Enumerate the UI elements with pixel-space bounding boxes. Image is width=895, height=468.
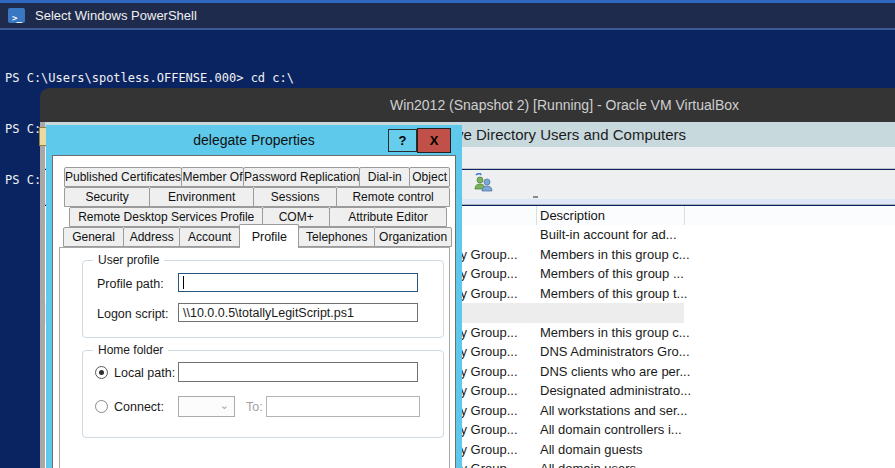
profile-path-label: Profile path: — [97, 277, 164, 291]
virtualbox-window-title: Win2012 (Snapshot 2) [Running] - Oracle … — [390, 97, 739, 113]
logon-script-label: Logon script: — [97, 307, 169, 321]
connect-to-input[interactable] — [266, 396, 420, 417]
tab-environment[interactable]: Environment — [149, 187, 254, 207]
tab-row: Security Environment Sessions Remote con… — [64, 187, 449, 207]
close-button[interactable]: X — [417, 128, 451, 153]
tab-telephones[interactable]: Telephones — [298, 227, 375, 247]
tab-account[interactable]: Account — [179, 227, 240, 247]
column-separator[interactable] — [684, 206, 685, 225]
virtualbox-titlebar[interactable]: Win2012 (Snapshot 2) [Running] - Oracle … — [40, 88, 895, 122]
group-legend: User profile — [93, 253, 164, 267]
cell-description: Members in this group c... — [540, 325, 690, 340]
powershell-icon: >_ — [8, 8, 25, 23]
tab-organization[interactable]: Organization — [374, 227, 452, 247]
connect-radio[interactable] — [95, 400, 108, 413]
group-legend: Home folder — [93, 343, 168, 357]
profile-tab-panel: User profile Profile path: Logon script:… — [59, 247, 450, 468]
cell-description: All domain users — [540, 461, 636, 468]
tab-published-certificates[interactable]: Published Certificates — [64, 167, 182, 187]
connect-label: Connect: — [114, 400, 164, 414]
tab-address[interactable]: Address — [123, 227, 180, 247]
powershell-titlebar[interactable]: >_ Select Windows PowerShell — [0, 3, 895, 28]
tab-dial-in[interactable]: Dial-in — [359, 167, 410, 187]
cell-description: Built-in account for ad... — [540, 227, 677, 242]
tab-remote-desktop-services-profile[interactable]: Remote Desktop Services Profile — [69, 207, 263, 227]
cell-description: All domain guests — [540, 442, 643, 457]
dialog-client-area: Published Certificates Member Of Passwor… — [52, 155, 456, 468]
tab-general[interactable]: General — [63, 227, 124, 247]
tab-object[interactable]: Object — [409, 167, 450, 187]
logon-script-value: \\10.0.0.5\totallyLegitScript.ps1 — [183, 306, 354, 320]
tab-password-replication[interactable]: Password Replication — [243, 167, 360, 187]
aduc-window-title: Active Directory Users and Computers — [431, 126, 686, 143]
tab-security[interactable]: Security — [64, 187, 150, 207]
cell-description: DNS clients who are per... — [540, 364, 690, 379]
drive-letter-select[interactable]: ⌄ — [178, 396, 235, 417]
tab-remote-control[interactable]: Remote control — [336, 187, 450, 207]
dialog-title: delegate Properties — [193, 132, 314, 148]
cell-description: Members in this group c... — [540, 247, 690, 262]
chevron-down-icon: ⌄ — [220, 399, 229, 412]
delegate-properties-dialog: delegate Properties ? X Published Certif… — [46, 125, 462, 468]
help-button[interactable]: ? — [388, 129, 417, 152]
powershell-titlebar-divider — [0, 28, 895, 30]
tab-row: Published Certificates Member Of Passwor… — [64, 167, 449, 187]
users-icon[interactable] — [473, 173, 495, 193]
to-label: To: — [246, 400, 263, 414]
home-folder-group: Home folder Local path: Connect: ⌄ To: — [82, 350, 444, 438]
profile-path-input[interactable] — [178, 273, 418, 292]
cell-description: Designated administrato... — [540, 383, 691, 398]
cell-description: All workstations and ser... — [540, 403, 687, 418]
user-profile-group: User profile Profile path: Logon script:… — [82, 260, 444, 338]
cell-description: DNS Administrators Gro... — [540, 344, 690, 359]
powershell-window-title: Select Windows PowerShell — [35, 8, 197, 23]
cell-description: All domain controllers i... — [540, 422, 682, 437]
cell-description: Members of this group ... — [540, 266, 684, 281]
toolbar-divider — [533, 196, 538, 198]
description-column-header[interactable]: Description — [540, 208, 605, 223]
local-path-radio[interactable] — [95, 366, 108, 379]
tab-row: General Address Account Profile Telephon… — [63, 227, 451, 247]
tab-member-of[interactable]: Member Of — [181, 167, 244, 187]
local-path-label: Local path: — [114, 366, 175, 380]
console-line: PS C:\Users\spotless.OFFENSE.000> cd c:\ — [5, 70, 895, 87]
text-caret — [183, 276, 184, 289]
tab-profile[interactable]: Profile — [239, 224, 299, 248]
tab-attribute-editor[interactable]: Attribute Editor — [329, 207, 447, 227]
column-separator[interactable] — [536, 206, 537, 225]
tab-sessions[interactable]: Sessions — [253, 187, 337, 207]
cell-description: Members of this group t... — [540, 286, 687, 301]
logon-script-input[interactable]: \\10.0.0.5\totallyLegitScript.ps1 — [178, 303, 418, 322]
local-path-input[interactable] — [178, 362, 418, 382]
